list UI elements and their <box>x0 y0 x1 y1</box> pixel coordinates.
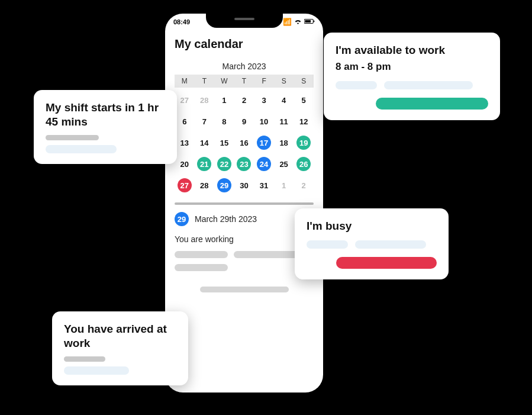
calendar-day[interactable]: 26 <box>294 155 314 173</box>
calendar-day[interactable]: 9 <box>234 112 254 130</box>
calendar-day[interactable]: 28 <box>195 176 215 194</box>
placeholder-row <box>175 251 314 258</box>
calendar-day-chip: 24 <box>257 157 271 171</box>
calendar-day[interactable]: 14 <box>195 134 215 152</box>
card-shift-start[interactable]: My shift starts in 1 hr 45 mins <box>34 90 177 164</box>
calendar-day-chip: 17 <box>257 136 271 150</box>
calendar-day[interactable]: 23 <box>234 155 254 173</box>
placeholder-bar <box>64 356 105 362</box>
card-busy[interactable]: I'm busy <box>295 208 449 279</box>
calendar-day[interactable]: 19 <box>294 134 314 152</box>
calendar-dow-cell: W <box>214 77 234 85</box>
calendar-day-chip: 27 <box>178 178 192 192</box>
calendar-day[interactable]: 30 <box>234 176 254 194</box>
available-confirm-button[interactable] <box>376 98 488 110</box>
calendar-day[interactable]: 27 <box>175 91 195 109</box>
busy-confirm-button[interactable] <box>336 257 437 269</box>
calendar-day[interactable]: 18 <box>274 134 294 152</box>
calendar-dow-cell: F <box>254 77 274 85</box>
calendar-day[interactable]: 3 <box>254 91 274 109</box>
calendar-day-chip: 26 <box>296 157 311 171</box>
phone-frame: 08:49 📶 My calendar March 2023 MTWTFSS 2… <box>165 14 323 393</box>
calendar-day[interactable]: 8 <box>214 112 234 130</box>
signal-icon: 📶 <box>283 18 292 25</box>
calendar-day[interactable]: 24 <box>254 155 274 173</box>
calendar-day[interactable]: 4 <box>274 91 294 109</box>
card-title: My shift starts in 1 hr 45 mins <box>46 101 165 129</box>
card-subtitle: 8 am - 8 pm <box>336 61 488 73</box>
calendar-day[interactable]: 15 <box>214 134 234 152</box>
calendar-day[interactable]: 20 <box>175 155 195 173</box>
calendar-day[interactable]: 16 <box>234 134 254 152</box>
placeholder-bar <box>175 251 228 258</box>
calendar-day[interactable]: 31 <box>254 176 274 194</box>
speaker-slot <box>234 18 254 20</box>
calendar-dow-cell: S <box>294 77 314 85</box>
calendar-grid: 2728123456789101112131415161718192021222… <box>175 88 314 199</box>
svg-rect-2 <box>314 21 314 22</box>
selected-day-chip: 29 <box>175 212 189 226</box>
calendar-day[interactable]: 10 <box>254 112 274 130</box>
card-title: I'm busy <box>307 219 437 233</box>
page-title: My calendar <box>175 37 314 51</box>
calendar-day[interactable]: 25 <box>274 155 294 173</box>
calendar-dow-cell: T <box>234 77 254 85</box>
placeholder-bar <box>384 81 473 89</box>
svg-rect-1 <box>305 20 311 22</box>
card-available[interactable]: I'm available to work 8 am - 8 pm <box>324 33 500 120</box>
calendar-day[interactable]: 2 <box>234 91 254 109</box>
calendar-day[interactable]: 5 <box>294 91 314 109</box>
placeholder-bar <box>200 287 289 292</box>
calendar-day[interactable]: 22 <box>214 155 234 173</box>
calendar-day-chip: 21 <box>197 157 211 171</box>
calendar-day-chip: 22 <box>217 157 231 171</box>
calendar-day[interactable]: 13 <box>175 134 195 152</box>
calendar-dow-cell: S <box>274 77 294 85</box>
status-time: 08:49 <box>173 18 190 25</box>
card-arrived[interactable]: You have arrived at work <box>52 311 188 385</box>
selected-date-row: 29 March 29th 2023 <box>175 212 314 226</box>
calendar-day[interactable]: 28 <box>195 91 215 109</box>
calendar-day[interactable]: 1 <box>274 176 294 194</box>
phone-notch <box>206 14 283 28</box>
working-label: You are working <box>175 234 314 244</box>
calendar-day[interactable]: 6 <box>175 112 195 130</box>
battery-icon <box>304 18 315 25</box>
calendar-day[interactable]: 12 <box>294 112 314 130</box>
calendar-day-chip: 29 <box>217 178 231 192</box>
calendar-dow-cell: T <box>195 77 215 85</box>
placeholder-bar <box>175 264 228 271</box>
calendar-day[interactable]: 1 <box>214 91 234 109</box>
placeholder-bar <box>46 135 99 140</box>
card-title: You have arrived at work <box>64 322 176 350</box>
calendar-day[interactable]: 11 <box>274 112 294 130</box>
calendar-day[interactable]: 27 <box>175 176 195 194</box>
calendar-dow-cell: M <box>175 77 195 85</box>
placeholder-bar <box>64 366 129 375</box>
placeholder-bar <box>46 145 117 153</box>
card-title: I'm available to work <box>336 43 488 57</box>
calendar-day[interactable]: 7 <box>195 112 215 130</box>
placeholder-bar <box>336 81 377 89</box>
status-icons: 📶 <box>283 18 315 25</box>
calendar-day-chip: 19 <box>296 136 311 150</box>
calendar-dow-row: MTWTFSS <box>175 75 314 88</box>
divider <box>175 202 314 205</box>
calendar-day-chip: 23 <box>237 157 251 171</box>
placeholder-bar <box>307 240 348 249</box>
calendar-day[interactable]: 29 <box>214 176 234 194</box>
placeholder-bar <box>355 240 426 249</box>
calendar-month-label: March 2023 <box>175 62 314 71</box>
calendar-day[interactable]: 21 <box>195 155 215 173</box>
wifi-icon <box>294 18 302 25</box>
calendar-day[interactable]: 17 <box>254 134 274 152</box>
calendar-day[interactable]: 2 <box>294 176 314 194</box>
selected-date-label: March 29th 2023 <box>195 214 257 224</box>
